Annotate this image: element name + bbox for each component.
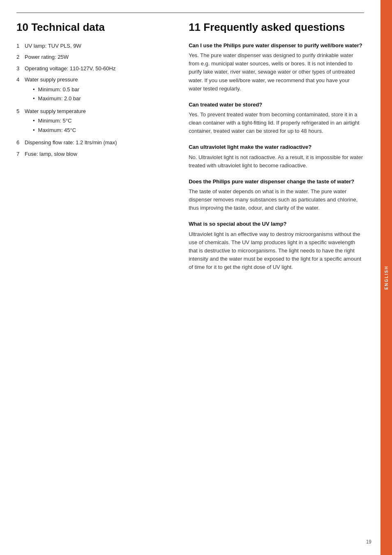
faq-answer: The taste of water depends on what is in… [189, 187, 364, 212]
faq-list: Can I use the Philips pure water dispens… [189, 42, 364, 271]
tech-sub-item: Maximum: 45°C [33, 126, 164, 134]
tech-sub-item: Maximum: 2.0 bar [33, 95, 164, 103]
tech-sub-item: Minimum: 5°C [33, 117, 164, 125]
faq-answer: Ultraviolet light is an effective way to… [189, 230, 364, 272]
tech-item-num: 7 [16, 150, 25, 158]
faq-question: What is so special about the UV lamp? [189, 220, 364, 228]
tech-item-label: Operating voltage: 110-127V, 50-60Hz [25, 65, 115, 72]
faq-title: 11 Frequently asked questions [189, 21, 364, 34]
faq-answer: Yes. The pure water dispenser was design… [189, 51, 364, 93]
faq-question: Can I use the Philips pure water dispens… [189, 42, 364, 49]
technical-data-title: 10 Technical data [16, 21, 164, 34]
faq-item: Can I use the Philips pure water dispens… [189, 42, 364, 93]
tech-item: 6Dispensing flow rate: 1.2 ltrs/min (max… [16, 139, 164, 147]
tech-item-num: 2 [16, 53, 25, 61]
faq-question: Can treated water be stored? [189, 101, 364, 109]
side-tab-label: ENGLISH [384, 266, 389, 289]
tech-item-label: Dispensing flow rate: 1.2 ltrs/min (max) [25, 139, 117, 146]
faq-item: Does the Philips pure water dispenser ch… [189, 178, 364, 213]
tech-item-num: 1 [16, 42, 25, 50]
tech-item-label: Water supply temperature [25, 108, 86, 114]
main-content: 10 Technical data 1UV lamp: TUV PLS, 9W2… [0, 0, 380, 555]
tech-item-num: 5 [16, 107, 25, 116]
left-column: 10 Technical data 1UV lamp: TUV PLS, 9W2… [16, 12, 176, 280]
tech-item-num: 4 [16, 76, 25, 84]
tech-item-num: 3 [16, 65, 25, 73]
faq-question: Can ultraviolet light make the water rad… [189, 143, 364, 151]
tech-sub-list: Minimum: 0.5 barMaximum: 2.0 bar [33, 86, 164, 103]
tech-item: 7Fuse: lamp, slow blow [16, 150, 164, 158]
tech-sub-list: Minimum: 5°CMaximum: 45°C [33, 117, 164, 134]
faq-item: Can treated water be stored?Yes. To prev… [189, 101, 364, 136]
page: ENGLISH 10 Technical data 1UV lamp: TUV … [0, 0, 392, 555]
tech-item-label: Power rating: 25W [25, 54, 69, 60]
tech-item: 4Water supply pressureMinimum: 0.5 barMa… [16, 76, 164, 104]
tech-item: 5Water supply temperatureMinimum: 5°CMax… [16, 107, 164, 136]
faq-item: Can ultraviolet light make the water rad… [189, 143, 364, 169]
tech-item: 1UV lamp: TUV PLS, 9W [16, 42, 164, 50]
tech-item: 3Operating voltage: 110-127V, 50-60Hz [16, 65, 164, 73]
tech-sub-item: Minimum: 0.5 bar [33, 86, 164, 94]
right-column: 11 Frequently asked questions Can I use … [176, 12, 364, 280]
faq-answer: Yes. To prevent treated water from becom… [189, 111, 364, 135]
columns: 10 Technical data 1UV lamp: TUV PLS, 9W2… [16, 12, 364, 280]
faq-item: What is so special about the UV lamp?Ult… [189, 220, 364, 271]
faq-answer: No. Ultraviolet light is not radioactive… [189, 153, 364, 170]
side-tab: ENGLISH [380, 0, 392, 555]
technical-data-list: 1UV lamp: TUV PLS, 9W2Power rating: 25W3… [16, 42, 164, 158]
faq-question: Does the Philips pure water dispenser ch… [189, 178, 364, 185]
tech-item-num: 6 [16, 139, 25, 147]
tech-item-label: UV lamp: TUV PLS, 9W [25, 43, 81, 49]
tech-item-label: Water supply pressure [25, 76, 78, 83]
page-number: 19 [366, 539, 371, 545]
tech-item: 2Power rating: 25W [16, 53, 164, 61]
tech-item-label: Fuse: lamp, slow blow [25, 151, 77, 157]
